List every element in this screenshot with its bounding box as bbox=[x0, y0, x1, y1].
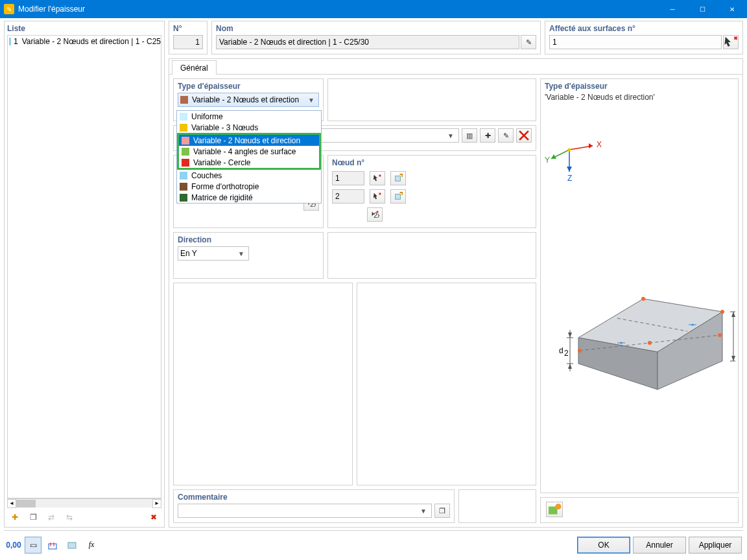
thickness-type-dropdown[interactable]: Uniforme Variable - 3 Nœuds Variable - 2… bbox=[176, 110, 322, 204]
svg-point-39 bbox=[578, 349, 582, 353]
view-mode-3-button[interactable] bbox=[64, 537, 80, 554]
svg-marker-58 bbox=[568, 332, 572, 338]
apply-button[interactable]: Appliquer bbox=[689, 537, 742, 554]
svg-point-40 bbox=[648, 341, 652, 345]
new-item-button[interactable]: ✚ bbox=[7, 510, 23, 524]
scroll-thumb[interactable] bbox=[16, 500, 36, 508]
view-mode-1-button[interactable]: ▭ bbox=[25, 537, 42, 554]
edit-name-button[interactable]: ✎ bbox=[521, 35, 536, 49]
empty-panel bbox=[327, 232, 536, 279]
material-edit-button[interactable]: ✎ bbox=[498, 128, 514, 143]
comment-label: Commentaire bbox=[178, 493, 450, 502]
empty-panel-2 bbox=[357, 283, 536, 485]
link-button: ⇄ bbox=[43, 510, 59, 524]
swatch-icon bbox=[180, 113, 187, 121]
svg-marker-25 bbox=[589, 143, 593, 148]
app-icon: ✎ bbox=[4, 4, 14, 14]
node1-pick-button[interactable] bbox=[370, 171, 385, 185]
preview-svg: X Y Z bbox=[543, 82, 735, 490]
swatch-icon bbox=[180, 172, 187, 180]
delete-item-button[interactable]: ✖ bbox=[146, 510, 161, 524]
preview-settings-button[interactable] bbox=[546, 502, 563, 517]
tab-general[interactable]: Général bbox=[172, 60, 217, 75]
svg-point-41 bbox=[718, 333, 722, 337]
close-button[interactable]: ✕ bbox=[717, 0, 747, 18]
swatch-icon bbox=[180, 183, 187, 191]
svg-point-42 bbox=[641, 297, 645, 301]
svg-text:X: X bbox=[597, 140, 602, 149]
node2-input[interactable] bbox=[332, 189, 364, 204]
chevron-down-icon: ▼ bbox=[306, 97, 316, 104]
list-label: Liste bbox=[7, 24, 161, 33]
units-button[interactable]: 0,00 bbox=[5, 537, 22, 554]
svg-text:Y: Y bbox=[545, 156, 550, 165]
scroll-right-icon[interactable]: ► bbox=[152, 499, 161, 508]
combo-swatch-icon bbox=[180, 96, 188, 104]
view-mode-2-button[interactable] bbox=[44, 537, 61, 554]
comment-combo[interactable]: ▼ bbox=[178, 504, 432, 518]
no-field: 1 bbox=[173, 35, 203, 49]
nom-label: Nom bbox=[216, 24, 536, 33]
swatch-icon bbox=[182, 159, 189, 167]
function-button[interactable]: fx bbox=[83, 537, 100, 554]
cancel-button[interactable]: Annuler bbox=[633, 537, 686, 554]
node2-new-button[interactable]: ✚ bbox=[390, 189, 406, 204]
aff-label: Affecté aux surfaces n° bbox=[549, 24, 739, 33]
dropdown-option-circle[interactable]: Variable - Cercle bbox=[179, 157, 319, 168]
svg-rect-64 bbox=[49, 544, 56, 549]
unlink-button: ⇆ bbox=[62, 510, 77, 524]
maximize-button[interactable]: ☐ bbox=[687, 0, 717, 18]
preview-viewport: X Y Z bbox=[543, 82, 735, 490]
type-label: Type d'épaisseur bbox=[178, 82, 319, 91]
aff-field[interactable]: 1 bbox=[549, 35, 722, 49]
dropdown-option-layers[interactable]: Couches bbox=[177, 170, 321, 181]
chevron-down-icon: ▼ bbox=[236, 250, 246, 257]
thickness-type-combo[interactable]: Variable - 2 Nœuds et direction ▼ bbox=[178, 93, 319, 107]
material-delete-button[interactable] bbox=[516, 128, 532, 143]
list-item-number: 1 bbox=[14, 37, 18, 46]
svg-marker-29 bbox=[567, 167, 572, 172]
scroll-left-icon[interactable]: ◄ bbox=[7, 499, 16, 508]
comment-side-panel bbox=[458, 489, 536, 523]
list-item[interactable]: 1 Variable - 2 Nœuds et direction | 1 - … bbox=[8, 36, 161, 47]
chevron-down-icon: ▼ bbox=[418, 508, 429, 515]
material-library-button[interactable]: ▥ bbox=[462, 128, 477, 143]
dropdown-option-orthotropy[interactable]: Forme d'orthotropie bbox=[177, 181, 321, 192]
svg-text:2: 2 bbox=[564, 349, 569, 358]
duplicate-item-button[interactable]: ❐ bbox=[25, 510, 41, 524]
pick-surfaces-button[interactable] bbox=[723, 35, 739, 49]
svg-point-47 bbox=[692, 324, 694, 326]
direction-combo[interactable]: En Y ▼ bbox=[178, 246, 249, 261]
no-label: N° bbox=[173, 24, 203, 33]
svg-marker-51 bbox=[731, 312, 735, 317]
list-horizontal-scrollbar[interactable]: ◄ ► bbox=[7, 498, 161, 508]
chevron-down-icon: ▼ bbox=[445, 132, 456, 139]
swatch-icon bbox=[180, 124, 187, 132]
svg-text:Z: Z bbox=[567, 174, 572, 183]
ok-button[interactable]: OK bbox=[577, 537, 630, 554]
node1-new-button[interactable]: ✚ bbox=[390, 171, 406, 185]
swatch-icon bbox=[182, 137, 189, 145]
node1-input[interactable] bbox=[332, 171, 364, 185]
svg-marker-52 bbox=[731, 356, 735, 361]
dropdown-option-3nodes[interactable]: Variable - 3 Nœuds bbox=[177, 122, 321, 133]
minimize-button[interactable]: ─ bbox=[658, 0, 687, 18]
svg-text:✚: ✚ bbox=[399, 192, 403, 196]
svg-point-43 bbox=[720, 310, 724, 314]
svg-marker-59 bbox=[568, 364, 572, 369]
direction-label: Direction bbox=[178, 235, 319, 244]
nodes-multi-button[interactable]: 2x bbox=[367, 207, 383, 222]
node2-pick-button[interactable] bbox=[370, 189, 385, 204]
thickness-list[interactable]: 1 Variable - 2 Nœuds et direction | 1 - … bbox=[7, 35, 161, 498]
svg-text:d: d bbox=[559, 346, 563, 355]
dropdown-option-4angles[interactable]: Variable - 4 angles de surface bbox=[179, 146, 319, 157]
dropdown-option-uniform[interactable]: Uniforme bbox=[177, 111, 321, 122]
swatch-icon bbox=[180, 194, 187, 202]
svg-point-30 bbox=[568, 148, 571, 152]
material-new-button[interactable]: ✚ bbox=[480, 128, 495, 143]
list-item-text: Variable - 2 Nœuds et direction | 1 - C2… bbox=[22, 37, 161, 46]
comment-button[interactable]: ❐ bbox=[434, 504, 450, 518]
dropdown-option-stiffness[interactable]: Matrice de rigidité bbox=[177, 192, 321, 203]
dropdown-option-2nodes-direction[interactable]: Variable - 2 Nœuds et direction bbox=[179, 135, 319, 146]
svg-point-45 bbox=[621, 342, 622, 344]
